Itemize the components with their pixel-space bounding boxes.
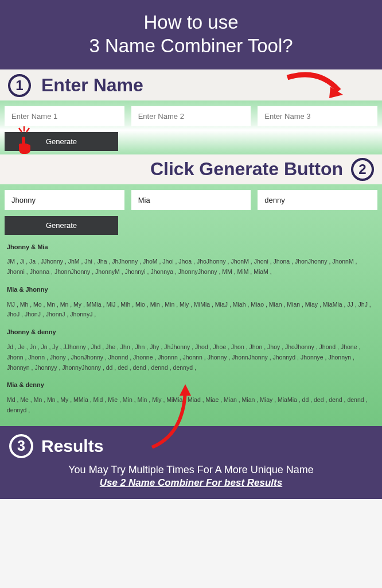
- result-text-3: Jd , Je , Jn , Jn , Jy , JJhonny , Jhd ,…: [7, 342, 375, 373]
- step1-number: 1: [8, 74, 31, 97]
- inputs-row-filled: [5, 190, 377, 210]
- step3-label: Results: [41, 436, 103, 456]
- result-text-2: MJ , Mh , Mo , Mn , Mn , My , MMia , MiJ…: [7, 300, 375, 320]
- step1-label: Enter Name: [41, 75, 143, 96]
- result-block-2: Mia & Jhonny MJ , Mh , Mo , Mn , Mn , My…: [5, 284, 377, 320]
- step3-number: 3: [9, 434, 33, 458]
- step2-number: 2: [351, 158, 374, 181]
- name3-input-filled[interactable]: [258, 190, 377, 210]
- arrow-right-icon: [284, 71, 353, 102]
- generate-button-2[interactable]: Generate: [5, 216, 118, 235]
- step1-bar: 1 Enter Name: [0, 69, 382, 100]
- header-title: How to use 3 Name Combiner Tool?: [0, 0, 382, 69]
- result-block-3: Jhonny & denny Jd , Je , Jn , Jn , Jy , …: [5, 327, 377, 373]
- svg-line-0: [19, 128, 22, 132]
- header-line2: 3 Name Combiner Tool?: [89, 35, 293, 56]
- pointer-hand-icon: [16, 136, 32, 155]
- footer-link[interactable]: Use 2 Name Combiner For best Results: [9, 477, 373, 489]
- input-panel-empty: Generate: [0, 100, 382, 154]
- footer-text: You May Try Multiple Times For A More Un…: [9, 464, 373, 476]
- name3-input[interactable]: [258, 106, 377, 126]
- result-title-1: Jhonny & Mia: [7, 242, 375, 253]
- name2-input[interactable]: [131, 106, 251, 126]
- footer: 3 Results You May Try Multiple Times For…: [0, 426, 382, 499]
- arrow-up-icon: [135, 380, 204, 448]
- inputs-row-empty: [5, 106, 377, 126]
- result-title-3: Jhonny & denny: [7, 327, 375, 338]
- result-block-1: Jhonny & Mia JM , Ji , Ja , JJhonny , Jh…: [5, 242, 377, 277]
- svg-line-2: [26, 128, 29, 132]
- step2-bar: Click Generate Button 2: [0, 154, 382, 184]
- name1-input[interactable]: [5, 106, 124, 126]
- result-title-2: Mia & Jhonny: [7, 284, 375, 295]
- name2-input-filled[interactable]: [131, 190, 251, 210]
- name1-input-filled[interactable]: [5, 190, 124, 210]
- result-text-1: JM , Ji , Ja , JJhonny , JhM , Jhi , Jha…: [7, 257, 375, 277]
- header-line1: How to use: [143, 11, 238, 33]
- step2-label: Click Generate Button: [150, 158, 343, 180]
